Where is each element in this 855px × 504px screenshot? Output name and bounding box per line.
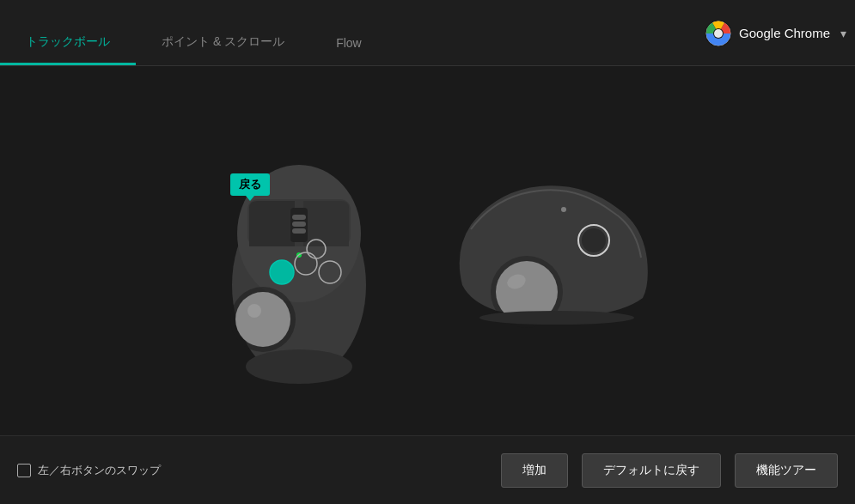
svg-point-25	[582, 228, 606, 252]
swap-buttons-label: 左／右ボタンのスワップ	[38, 463, 161, 478]
svg-point-26	[561, 207, 566, 212]
svg-rect-10	[292, 228, 306, 234]
svg-point-20	[246, 349, 352, 384]
app-name-label: Google Chrome	[739, 26, 830, 40]
swap-buttons-checkbox[interactable]	[17, 464, 31, 477]
increase-button[interactable]: 増加	[501, 453, 568, 488]
mouse-front-svg: logi	[213, 122, 385, 397]
tab-trackball[interactable]: トラックボール	[0, 0, 136, 65]
svg-point-13	[235, 292, 290, 347]
svg-rect-8	[292, 215, 306, 220]
svg-point-14	[247, 304, 261, 318]
tab-flow[interactable]: Flow	[310, 0, 388, 65]
chevron-down-icon: ▾	[840, 27, 846, 40]
mouse-side-view	[437, 165, 643, 354]
tab-pointscroll[interactable]: ポイント & スクロール	[136, 0, 310, 65]
default-button[interactable]: デフォルトに戻す	[582, 453, 721, 488]
svg-point-15	[270, 260, 294, 284]
bottom-bar: 左／右ボタンのスワップ 増加 デフォルトに戻す 機能ツアー	[0, 435, 855, 504]
main-content: 戻る	[0, 66, 855, 452]
svg-rect-9	[292, 222, 306, 227]
svg-point-27	[479, 311, 634, 325]
chrome-icon	[705, 20, 732, 47]
svg-point-3	[714, 29, 723, 38]
tour-button[interactable]: 機能ツアー	[735, 453, 838, 488]
button-tooltip-back[interactable]: 戻る	[230, 173, 270, 196]
swap-buttons-area: 左／右ボタンのスワップ	[17, 463, 161, 478]
app-selector[interactable]: Google Chrome ▾	[705, 0, 855, 66]
tab-bar: トラックボール ポイント & スクロール Flow Google Chrome …	[0, 0, 855, 66]
mouse-front-view: 戻る	[213, 122, 385, 397]
mouse-side-svg	[437, 165, 660, 337]
